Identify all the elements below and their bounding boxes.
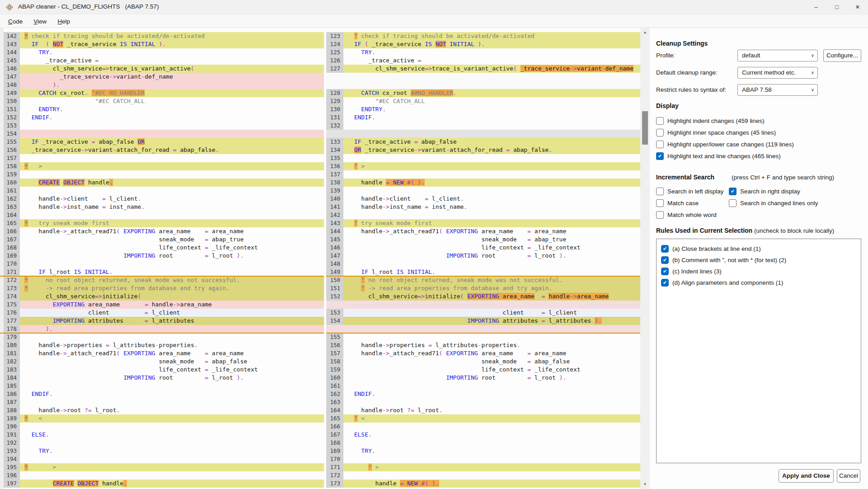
code-line[interactable]: 169 TRY. (326, 447, 640, 455)
code-line[interactable]: 156 _trace_service->variant-attach_for_r… (0, 146, 324, 154)
maximize-button[interactable]: □ (826, 0, 847, 14)
code-line[interactable]: 197 CREATE OBJECT handle. (0, 480, 324, 488)
code-line[interactable]: 131 ENDIF. (326, 113, 640, 122)
code-line[interactable]: 133 IF _trace_active = abap_false (326, 138, 640, 146)
code-line[interactable]: 135 (326, 154, 640, 162)
syntax-dropdown[interactable]: ABAP 7.58 ∨ (737, 84, 818, 96)
code-line[interactable]: 150 "#EC CATCH_ALL (0, 97, 324, 105)
code-line[interactable]: 154 IMPORTING attributes = l_attributes … (326, 317, 640, 325)
code-line[interactable]: 166 handle->_attach_read71( EXPORTING ar… (0, 227, 324, 235)
code-line[interactable]: 144 handle->_attach_read71( EXPORTING ar… (326, 227, 640, 235)
code-line[interactable]: 165 " < (326, 414, 640, 423)
code-line[interactable]: 178 ). (0, 325, 324, 333)
code-line[interactable] (326, 130, 640, 138)
code-line[interactable]: 151 ENDTRY. (0, 105, 324, 113)
code-line[interactable]: 160 IMPORTING root = l_root ). (326, 374, 640, 382)
menu-item-help[interactable]: Help (52, 16, 75, 27)
code-line[interactable]: 167 sneak_mode = abap_true (0, 235, 324, 244)
search-option-3-checkbox[interactable] (729, 199, 737, 207)
search-option-0-checkbox[interactable] (656, 188, 664, 195)
code-line[interactable]: 150 " no root object returned, sneak mod… (326, 276, 640, 284)
code-line[interactable]: 127 cl_shm_service=>trace_is_variant_act… (326, 65, 640, 73)
code-line[interactable]: 123 " check if tracing should be activat… (326, 32, 640, 40)
code-line[interactable]: 152 ENDIF. (0, 113, 324, 122)
code-line[interactable]: 128 CATCH cx_root ##NO_HANDLER. (326, 89, 640, 97)
code-line[interactable]: 172 (326, 471, 640, 480)
code-line[interactable]: 170 (0, 260, 324, 268)
code-line[interactable]: 165* try sneak mode first (0, 219, 324, 227)
code-line[interactable]: 144 TRY. (0, 48, 324, 56)
display-option-3-checkbox[interactable]: ✔ (656, 152, 664, 160)
code-line[interactable]: 142* check if tracing should be activate… (0, 32, 324, 40)
code-line[interactable]: 155 IF _trace_active = abap_false OR (0, 138, 324, 146)
code-line[interactable]: 159 (0, 170, 324, 179)
profile-dropdown[interactable]: default ∨ (737, 50, 818, 61)
code-line[interactable]: 177 IMPORTING attributes = l_attributes (0, 317, 324, 325)
code-line[interactable]: 134 OR _trace_service->variant-attach_fo… (326, 146, 640, 154)
code-line[interactable]: 183 life_context = _life_context (0, 366, 324, 374)
code-line[interactable]: 138 handle = NEW #( ). (326, 179, 640, 187)
code-line[interactable]: 154 (0, 130, 324, 138)
code-line[interactable]: 189* < (0, 414, 324, 423)
code-line[interactable]: 145 _trace_active = (0, 56, 324, 65)
scroll-down-icon[interactable]: ▼ (640, 481, 650, 488)
code-line[interactable]: 193 TRY. (0, 447, 324, 455)
code-line[interactable]: 166 (326, 423, 640, 431)
code-line[interactable]: 176 client = l_client (0, 309, 324, 317)
code-line[interactable]: 153 (0, 122, 324, 130)
code-line[interactable]: 149 IF l_root IS INITIAL. (326, 268, 640, 276)
code-line[interactable]: 191 ELSE. (0, 431, 324, 439)
rule-item-3-checkbox[interactable]: ✔ (661, 279, 669, 287)
code-line[interactable]: 174 cl_shm_service=>initialize( (0, 292, 324, 301)
scroll-up-icon[interactable]: ▲ (640, 29, 650, 36)
code-line[interactable]: 149 CATCH cx_root. "#EC NO_HANDLER (0, 89, 324, 97)
cancel-button[interactable]: Cancel (837, 469, 860, 483)
rule-item-0-checkbox[interactable]: ✔ (661, 245, 669, 253)
code-line[interactable]: 129 "#EC CATCH_ALL (326, 97, 640, 105)
code-line[interactable]: 151 " -> read area properties from datab… (326, 284, 640, 292)
code-line[interactable]: 152 cl_shm_service=>initialize( EXPORTIN… (326, 292, 640, 301)
code-line[interactable]: 145 sneak_mode = abap_true (326, 235, 640, 244)
code-line[interactable]: 182 sneak_mode = abap_false (0, 357, 324, 366)
code-line[interactable]: 126 _trace_active = (326, 56, 640, 65)
code-line[interactable]: 157 (0, 154, 324, 162)
display-option-2-checkbox[interactable] (656, 141, 664, 148)
code-line[interactable]: 140 handle->client = l_client. (326, 195, 640, 203)
code-line[interactable]: 125 TRY. (326, 48, 640, 56)
code-line[interactable]: 141 handle->inst_name = inst_name. (326, 203, 640, 211)
code-line[interactable]: 157 handle->_attach_read71( EXPORTING ar… (326, 349, 640, 357)
code-line[interactable]: 153 client = l_client (326, 309, 640, 317)
code-line[interactable]: 146 life_context = _life_context (326, 244, 640, 252)
configure-button[interactable]: Configure... (823, 49, 861, 62)
code-line[interactable]: 158* > (0, 162, 324, 170)
code-line[interactable]: 173 handle = NEW #( ). (326, 480, 640, 488)
code-line[interactable] (326, 325, 640, 333)
code-line[interactable]: 130 ENDTRY. (326, 105, 640, 113)
code-line[interactable]: 163 (326, 398, 640, 406)
code-line[interactable]: 136 " > (326, 162, 640, 170)
code-line[interactable]: 185 (0, 382, 324, 390)
code-line[interactable]: 139 (326, 187, 640, 195)
code-line[interactable]: 179 (0, 333, 324, 341)
search-option-1-checkbox[interactable]: ✔ (729, 188, 737, 195)
code-line[interactable]: 180 handle->properties = l_attributes-pr… (0, 341, 324, 349)
code-line[interactable]: 169 IMPORTING root = l_root ). (0, 252, 324, 260)
code-line[interactable] (326, 73, 640, 81)
code-line[interactable]: 161 (0, 187, 324, 195)
menu-item-code[interactable]: Code (3, 16, 28, 27)
code-line[interactable]: 190 (0, 423, 324, 431)
code-line[interactable]: 181 handle->_attach_read71( EXPORTING ar… (0, 349, 324, 357)
code-line[interactable] (326, 301, 640, 309)
code-line[interactable]: 124 IF ( _trace_service IS NOT INITIAL )… (326, 40, 640, 48)
code-line[interactable]: 143 IF ( NOT _trace_service IS INITIAL )… (0, 40, 324, 48)
search-option-4-checkbox[interactable] (656, 211, 664, 219)
code-line[interactable]: 147 _trace_service->variant-def_name (0, 73, 324, 81)
code-line[interactable]: 142 (326, 211, 640, 219)
code-line[interactable]: 159 life_context = _life_context (326, 366, 640, 374)
code-line[interactable]: 168 life_context = _life_context (0, 244, 324, 252)
code-line[interactable]: 188 handle->root ?= l_root. (0, 406, 324, 414)
display-option-1-checkbox[interactable] (656, 129, 664, 136)
minimize-button[interactable]: – (806, 0, 826, 14)
code-line[interactable]: 155 (326, 333, 640, 341)
search-option-2-checkbox[interactable] (656, 199, 664, 207)
